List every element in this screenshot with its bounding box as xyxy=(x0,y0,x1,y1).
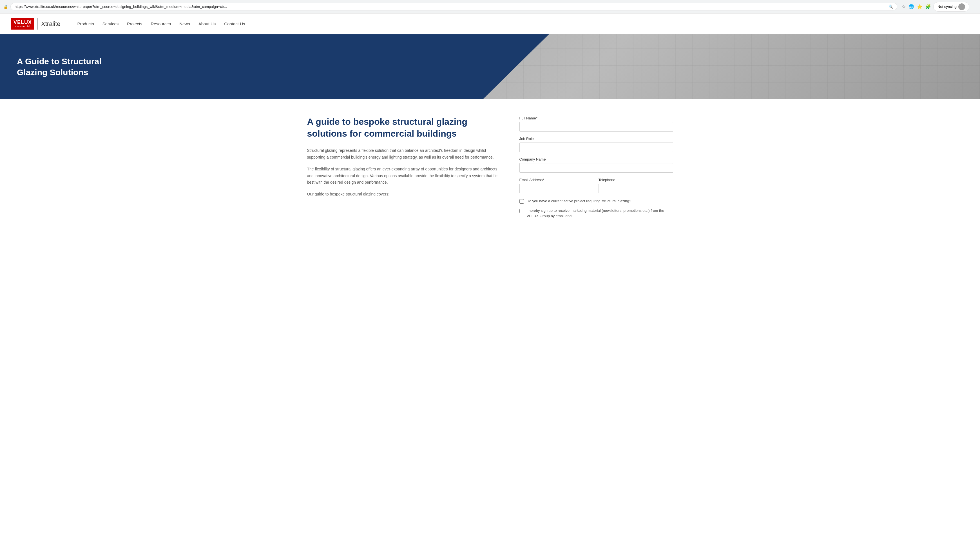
site-header: VELUX Commercial Xtralite Products Servi… xyxy=(0,13,980,34)
not-syncing-label: Not syncing xyxy=(937,5,957,9)
email-input[interactable] xyxy=(519,184,594,193)
email-group: Email Address* xyxy=(519,178,594,193)
url-text: https://www.xtralite.co.uk/resources/whi… xyxy=(15,5,887,9)
email-label: Email Address* xyxy=(519,178,594,182)
full-name-label: Full Name* xyxy=(519,116,673,120)
star-icon[interactable]: ☆ xyxy=(902,4,906,9)
article-paragraph-2: The flexibility of structural glazing of… xyxy=(307,166,502,186)
company-name-group: Company Name xyxy=(519,157,673,173)
checkbox-project-label: Do you have a current active project req… xyxy=(527,198,631,204)
more-options-button[interactable]: ⋯ xyxy=(972,4,977,10)
search-icon: 🔍 xyxy=(888,5,893,9)
commercial-text: Commercial xyxy=(15,25,30,28)
nav-about-us[interactable]: About Us xyxy=(198,21,216,26)
job-role-group: Job Role xyxy=(519,136,673,152)
email-telephone-row: Email Address* Telephone xyxy=(519,178,673,198)
nav-products[interactable]: Products xyxy=(77,21,94,26)
browser-chrome: 🔒 https://www.xtralite.co.uk/resources/w… xyxy=(0,0,980,13)
browser-actions: ☆ 🌐 ⭐ 🧩 xyxy=(902,4,931,9)
nav-resources[interactable]: Resources xyxy=(151,21,171,26)
telephone-group: Telephone xyxy=(599,178,673,193)
nav-news[interactable]: News xyxy=(179,21,190,26)
address-bar[interactable]: https://www.xtralite.co.uk/resources/whi… xyxy=(10,3,897,10)
form-section: Full Name* Job Role Company Name Email A… xyxy=(519,116,673,223)
avatar xyxy=(958,3,965,10)
company-name-input[interactable] xyxy=(519,163,673,173)
nav-projects[interactable]: Projects xyxy=(127,21,142,26)
velux-logo: VELUX Commercial xyxy=(11,18,34,30)
full-name-input[interactable] xyxy=(519,122,673,131)
article-title: A guide to bespoke structural glazing so… xyxy=(307,116,502,140)
job-role-label: Job Role xyxy=(519,136,673,141)
velux-brand-text: VELUX xyxy=(13,20,32,25)
site-nav: Products Services Projects Resources New… xyxy=(77,21,245,26)
nav-contact-us[interactable]: Contact Us xyxy=(224,21,245,26)
checkbox-project-group: Do you have a current active project req… xyxy=(519,198,673,204)
job-role-input[interactable] xyxy=(519,143,673,152)
not-syncing-button[interactable]: Not syncing xyxy=(933,2,969,11)
checkbox-marketing-group: I hereby sign up to receive marketing ma… xyxy=(519,208,673,219)
article-paragraph-1: Structural glazing represents a flexible… xyxy=(307,147,502,161)
article-paragraph-3: Our guide to bespoke structural glazing … xyxy=(307,191,502,198)
nav-services[interactable]: Services xyxy=(103,21,119,26)
article-section: A guide to bespoke structural glazing so… xyxy=(307,116,502,223)
hero-overlay: A Guide to Structural Glazing Solutions xyxy=(0,34,549,99)
telephone-label: Telephone xyxy=(599,178,673,182)
article-body: Structural glazing represents a flexible… xyxy=(307,147,502,198)
logo-link[interactable]: VELUX Commercial Xtralite xyxy=(11,18,61,30)
full-name-group: Full Name* xyxy=(519,116,673,131)
checkbox-marketing-label: I hereby sign up to receive marketing ma… xyxy=(527,208,673,219)
company-name-label: Company Name xyxy=(519,157,673,161)
bookmark-icon[interactable]: ⭐ xyxy=(917,4,923,9)
translate-icon[interactable]: 🌐 xyxy=(908,4,914,9)
checkbox-marketing[interactable] xyxy=(519,209,524,213)
main-content: A guide to bespoke structural glazing so… xyxy=(285,99,696,240)
telephone-input[interactable] xyxy=(599,184,673,193)
hero-title: A Guide to Structural Glazing Solutions xyxy=(17,56,124,78)
extension-icon[interactable]: 🧩 xyxy=(925,4,931,9)
brand-name: Xtralite xyxy=(41,20,60,28)
lock-icon: 🔒 xyxy=(3,5,8,9)
logo-divider xyxy=(38,18,38,30)
hero-banner: A Guide to Structural Glazing Solutions xyxy=(0,34,980,99)
checkbox-project[interactable] xyxy=(519,199,524,204)
